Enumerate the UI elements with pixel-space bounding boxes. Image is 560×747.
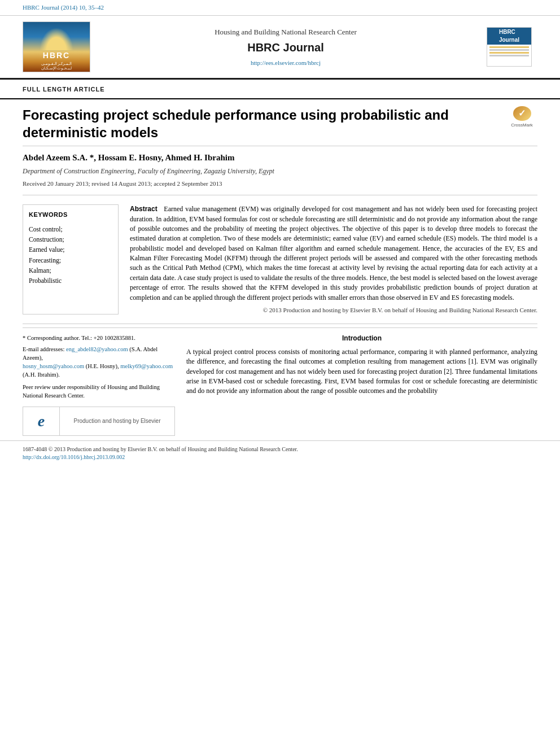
journal-citation: HBRC Journal (2014) 10, 35–42 [23,4,104,11]
email-1[interactable]: eng_abdel82@yahoo.com [66,346,128,352]
authors-text: Abdel Azeem S.A. *, Hossam E. Hosny, Ahm… [23,153,234,162]
main-content: Forecasting project schedule performance… [0,99,560,436]
header-center: Housing and Building National Research C… [90,27,481,68]
article-title-section: Forecasting project schedule performance… [23,99,537,146]
logo-line-4 [489,55,529,56]
bottom-section: * Corresponding author. Tel.: +20 100283… [23,327,537,436]
footnotes-column: * Corresponding author. Tel.: +20 100283… [23,334,175,436]
email-3-author: (A.H. Ibrahim). [23,372,60,378]
logo-line-2 [489,49,529,51]
email-addresses-label: E-mail addresses: [23,346,64,352]
copyright-line: © 2013 Production and hosting by Elsevie… [130,306,537,314]
abstract-body: Earned value management (EVM) was origin… [130,205,537,302]
dates-line: Received 20 January 2013; revised 14 Aug… [23,180,537,188]
keywords-heading: KEYWORDS [29,211,112,219]
crossmark-badge[interactable]: ✓ CrossMark [506,106,537,129]
keywords-column: KEYWORDS Cost control; Construction; Ear… [23,204,119,314]
peer-review-note: Peer review under responsibility of Hous… [23,383,175,400]
footer-issn: 1687-4048 © 2013 Production and hosting … [23,445,537,453]
elsevier-box: e Production and hosting by Elsevier [23,407,175,436]
footer-doi[interactable]: http://dx.doi.org/10.1016/j.hbrcj.2013.0… [23,453,537,461]
keyword-6: Probabilistic [29,276,112,286]
authors-section: Abdel Azeem S.A. *, Hossam E. Hosny, Ahm… [23,146,537,191]
institution-name: Housing and Building National Research C… [102,27,470,37]
keyword-4: Forecasting; [29,255,112,265]
page-header: HBRC الـمـركـز الـقـومـىلـبـحـوث الإسـكـ… [0,16,560,80]
article-type-label: FULL LENGTH ARTICLE [23,86,105,93]
journal-title: HBRC Journal [102,40,470,55]
section-divider [23,195,537,195]
email-addresses-block: E-mail addresses: eng_abdel82@yahoo.com … [23,345,175,379]
keyword-3: Earned value; [29,244,112,255]
logo-arch-graphic [40,28,73,50]
keyword-5: Kalman; [29,265,112,276]
elsevier-tagline: Production and hosting by Elsevier [60,414,174,429]
elsevier-e-icon: e [38,410,45,433]
logo-arabic-text: الـمـركـز الـقـومـىلـبـحـوث الإسـكـان [41,62,72,70]
hbrc-journal-mini-logo: HBRCJournal [487,27,532,67]
logo-line-1 [489,46,529,48]
journal-bar: HBRC Journal (2014) 10, 35–42 [0,0,560,16]
introduction-heading: Introduction [186,334,537,343]
hbrc-logo: HBRC الـمـركـز الـقـومـىلـبـحـوث الإسـكـ… [23,21,90,72]
abstract-label: Abstract [130,205,158,213]
page-footer: 1687-4048 © 2013 Production and hosting … [0,440,560,465]
email-3[interactable]: melky69@yahoo.com [120,363,173,369]
logo-hbrc-text: HBRC [43,50,70,62]
article-type-section: FULL LENGTH ARTICLE [0,80,560,99]
keyword-1: Cost control; [29,224,112,234]
email-2[interactable]: hosny_hosm@yahoo.com [23,363,84,369]
article-title: Forecasting project schedule performance… [23,106,498,141]
introduction-column: Introduction A typical project control p… [186,334,537,436]
introduction-text: A typical project control process consis… [186,347,537,396]
authors-line: Abdel Azeem S.A. *, Hossam E. Hosny, Ahm… [23,152,537,164]
crossmark-icon: ✓ [513,106,531,121]
two-column-section: KEYWORDS Cost control; Construction; Ear… [23,199,537,320]
abstract-text: Abstract Earned value management (EVM) w… [130,204,537,303]
corresponding-author: * Corresponding author. Tel.: +20 100283… [23,334,175,342]
affiliation-line: Department of Construction Engineering, … [23,167,537,176]
elsevier-logo: e [23,407,60,435]
logo-line-3 [489,52,529,54]
header-right-logo-area: HBRCJournal [481,27,537,67]
journal-url[interactable]: http://ees.elsevier.com/hbrcj [102,59,470,67]
mini-logo-label: HBRCJournal [499,28,519,44]
section-divider-2 [23,324,537,324]
crossmark-label: CrossMark [511,122,533,128]
abstract-column: Abstract Earned value management (EVM) w… [130,204,537,314]
email-2-author: (H.E. Hosny), [86,363,119,369]
keyword-2: Construction; [29,234,112,244]
